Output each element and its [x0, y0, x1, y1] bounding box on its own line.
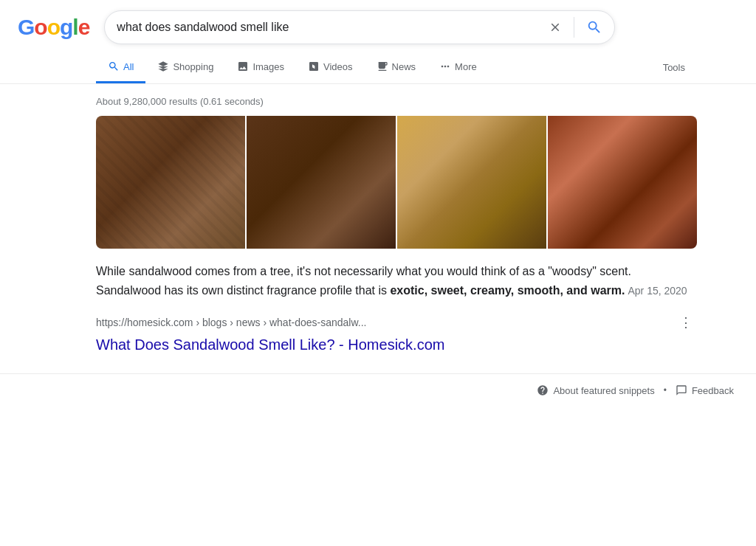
tab-all[interactable]: All: [96, 52, 145, 83]
footer-bar: About featured snippets • Feedback: [0, 373, 756, 407]
tab-videos-label: Videos: [323, 61, 353, 72]
logo-letter-e: e: [78, 15, 90, 40]
tab-shopping-label: Shopping: [173, 61, 213, 72]
result-title-link[interactable]: What Does Sandalwood Smell Like? - Homes…: [96, 336, 444, 353]
tab-images[interactable]: Images: [225, 52, 296, 83]
search-nav-icon: [108, 61, 120, 72]
tab-videos[interactable]: Videos: [296, 52, 365, 83]
google-logo[interactable]: Google: [18, 15, 89, 40]
featured-snippet: While sandalwood comes from a tree, it's…: [96, 262, 697, 300]
result-image-3[interactable]: [397, 116, 546, 249]
tab-news[interactable]: News: [365, 52, 428, 83]
logo-letter-g2: g: [60, 15, 72, 40]
logo-letter-g: G: [18, 15, 34, 40]
tab-more[interactable]: More: [427, 52, 489, 83]
feedback-link[interactable]: Feedback: [676, 384, 734, 396]
close-icon: [549, 21, 562, 34]
snippet-date: Apr 15, 2020: [628, 285, 687, 297]
result-image-2[interactable]: [247, 116, 396, 249]
shopping-nav-icon: [157, 61, 169, 72]
image-strip[interactable]: [96, 116, 697, 249]
search-bar-icons: [549, 17, 602, 38]
header: Google: [0, 0, 756, 52]
search-button[interactable]: [586, 19, 602, 35]
news-nav-icon: [377, 61, 388, 72]
footer-dot-separator: •: [664, 385, 667, 395]
tools-tab[interactable]: Tools: [651, 53, 697, 82]
about-snippets-link[interactable]: About featured snippets: [537, 384, 654, 396]
snippet-text-bold: exotic, sweet, creamy, smooth, and warm.: [390, 284, 625, 297]
logo-letter-o2: o: [47, 15, 60, 40]
results-count: About 9,280,000 results (0.61 seconds): [96, 90, 697, 116]
tab-images-label: Images: [252, 61, 284, 72]
clear-search-button[interactable]: [549, 21, 562, 34]
tab-more-label: More: [455, 61, 477, 72]
tab-shopping[interactable]: Shopping: [145, 52, 225, 83]
search-bar-divider: [574, 17, 574, 38]
search-input[interactable]: [117, 21, 549, 34]
more-nav-icon: [439, 61, 451, 72]
videos-nav-icon: [308, 61, 320, 72]
about-snippets-label: About featured snippets: [553, 385, 654, 396]
search-bar: [104, 10, 615, 44]
result-url: https://homesick.com › blogs › news › wh…: [96, 317, 670, 328]
images-nav-icon: [237, 61, 249, 72]
result-image-4[interactable]: [548, 116, 697, 249]
results-area: About 9,280,000 results (0.61 seconds) W…: [0, 84, 756, 366]
result-more-options-button[interactable]: ⋮: [675, 313, 697, 332]
feedback-icon: [676, 384, 687, 396]
logo-letter-o1: o: [34, 15, 47, 40]
search-icon: [586, 19, 602, 35]
logo-letter-l: l: [72, 15, 78, 40]
help-circle-icon: [537, 384, 549, 396]
tab-news-label: News: [392, 61, 416, 72]
result-image-1[interactable]: [96, 116, 245, 249]
result-source: https://homesick.com › blogs › news › wh…: [96, 313, 697, 332]
tab-all-label: All: [123, 61, 134, 72]
feedback-label: Feedback: [692, 385, 734, 396]
nav-tabs: All Shopping Images Videos News More Too…: [0, 52, 756, 84]
